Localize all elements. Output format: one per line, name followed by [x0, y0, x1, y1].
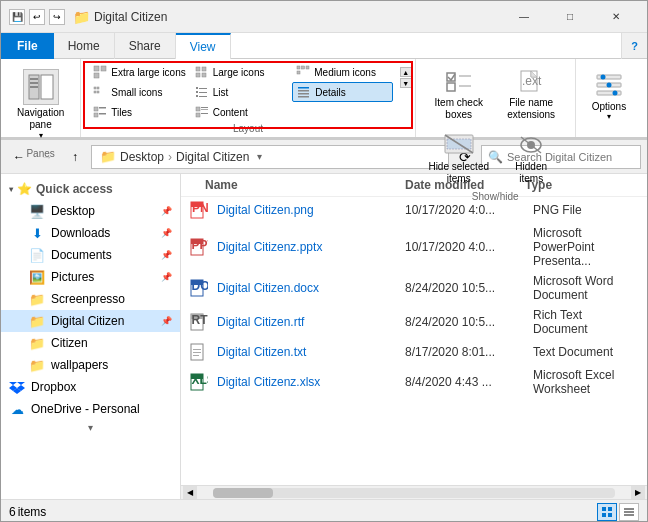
- path-desktop: Desktop: [120, 150, 164, 164]
- tab-view[interactable]: View: [176, 33, 231, 59]
- svg-rect-15: [297, 71, 300, 74]
- txt-icon: [189, 342, 209, 362]
- details-button[interactable]: Details: [292, 82, 392, 102]
- header-name[interactable]: Name: [205, 178, 405, 192]
- sidebar-item-wallpapers[interactable]: 📁 wallpapers: [1, 354, 180, 376]
- sidebar-item-digital-citizen[interactable]: 📁 Digital Citizen 📌: [1, 310, 180, 332]
- svg-text:RTF: RTF: [192, 313, 209, 327]
- docx-date: 8/24/2020 10:5...: [405, 281, 525, 295]
- svg-text:XLS: XLS: [192, 373, 209, 387]
- file-row-xlsx[interactable]: XLS Digital Citizenz.xlsx 8/4/2020 4:43 …: [181, 365, 647, 399]
- medium-icons-button[interactable]: Medium icons: [292, 63, 392, 81]
- layout-scroll-up[interactable]: ▲: [400, 67, 412, 77]
- file-name-extensions-button[interactable]: .ext File nameextensions: [496, 63, 566, 125]
- scroll-left-button[interactable]: ◀: [183, 486, 197, 500]
- grid-view-button[interactable]: [597, 503, 617, 521]
- sidebar-item-dropbox[interactable]: Dropbox: [1, 376, 180, 398]
- sidebar-item-desktop[interactable]: 🖥️ Desktop 📌: [1, 200, 180, 222]
- tab-share[interactable]: Share: [115, 33, 176, 59]
- medium-icons-label: Medium icons: [314, 67, 376, 78]
- svg-rect-83: [608, 513, 612, 517]
- svg-rect-28: [298, 93, 309, 95]
- help-button[interactable]: ?: [621, 33, 647, 59]
- scroll-right-button[interactable]: ▶: [631, 486, 645, 500]
- close-button[interactable]: ✕: [593, 1, 639, 33]
- documents-pin: 📌: [161, 250, 172, 260]
- svg-text:DOC: DOC: [192, 279, 209, 293]
- scroll-track[interactable]: [213, 488, 615, 498]
- svg-rect-3: [30, 82, 38, 84]
- sidebar-item-onedrive[interactable]: ☁ OneDrive - Personal: [1, 398, 180, 420]
- details-icon: [297, 85, 311, 99]
- pptx-type: Microsoft PowerPoint Presenta...: [533, 226, 639, 268]
- hide-selected-label: Hide selecteditems: [428, 161, 489, 185]
- file-row-txt[interactable]: Digital Citizen.txt 8/17/2020 8:01... Te…: [181, 339, 647, 365]
- layout-scroll-down[interactable]: ▼: [400, 78, 412, 88]
- sidebar-scroll-down[interactable]: ▾: [1, 420, 180, 435]
- sidebar-item-pictures[interactable]: 🖼️ Pictures 📌: [1, 266, 180, 288]
- path-dropdown[interactable]: ▾: [257, 151, 262, 162]
- svg-rect-42: [459, 85, 471, 87]
- tiles-button[interactable]: Tiles: [89, 103, 189, 121]
- xlsx-type: Microsoft Excel Worksheet: [533, 368, 639, 396]
- hide-selected-items-button[interactable]: Hide selecteditems: [424, 127, 494, 189]
- large-icons-button[interactable]: Large icons: [191, 63, 291, 81]
- up-button[interactable]: ↑: [63, 145, 87, 169]
- content-button[interactable]: Content: [191, 103, 291, 121]
- svg-rect-40: [447, 83, 455, 91]
- list-button[interactable]: List: [191, 82, 291, 102]
- sidebar-screenpresso-label: Screenpresso: [51, 292, 125, 306]
- svg-rect-85: [624, 511, 634, 513]
- svg-rect-26: [298, 87, 309, 89]
- scroll-thumb[interactable]: [213, 488, 273, 498]
- svg-rect-34: [196, 107, 200, 111]
- tab-file[interactable]: File: [1, 33, 54, 59]
- undo-icon[interactable]: ↩: [29, 9, 45, 25]
- item-check-boxes-button[interactable]: Item checkboxes: [424, 63, 494, 125]
- redo-icon[interactable]: ↪: [49, 9, 65, 25]
- status-count: 6: [9, 505, 16, 519]
- svg-rect-22: [196, 91, 198, 93]
- list-view-button[interactable]: [619, 503, 639, 521]
- file-row-pptx[interactable]: PPT Digital Citizenz.pptx 10/17/2020 4:0…: [181, 223, 647, 271]
- layout-scroll: ▲ ▼: [400, 67, 412, 88]
- sidebar-citizen-label: Citizen: [51, 336, 88, 350]
- citizen-icon: 📁: [29, 335, 45, 351]
- svg-rect-5: [94, 66, 99, 71]
- hidden-items-button[interactable]: Hiddenitems: [496, 127, 566, 189]
- file-row-png[interactable]: PNG Digital Citizen.png 10/17/2020 4:0..…: [181, 197, 647, 223]
- minimize-button[interactable]: —: [501, 1, 547, 33]
- tab-home[interactable]: Home: [54, 33, 115, 59]
- svg-rect-14: [306, 66, 309, 69]
- svg-rect-33: [99, 113, 106, 115]
- file-extensions-icon: .ext: [515, 67, 547, 95]
- address-path[interactable]: 📁 Desktop › Digital Citizen ▾: [91, 145, 449, 169]
- svg-rect-19: [97, 91, 99, 93]
- check-boxes-icon: [443, 67, 475, 95]
- sidebar-item-screenpresso[interactable]: 📁 Screenpresso: [1, 288, 180, 310]
- status-items-label: items: [18, 505, 47, 519]
- options-button[interactable]: Options ▾: [586, 65, 632, 125]
- navigation-pane-button[interactable]: Navigationpane ▾: [11, 65, 70, 144]
- small-icons-button[interactable]: Small icons: [89, 82, 189, 102]
- digital-citizen-icon: 📁: [29, 313, 45, 329]
- horizontal-scrollbar[interactable]: ◀ ▶: [181, 485, 647, 499]
- svg-rect-82: [602, 513, 606, 517]
- sidebar-quick-access-heading[interactable]: ▾ ⭐ Quick access: [1, 178, 180, 200]
- save-icon[interactable]: 💾: [9, 9, 25, 25]
- desktop-pin: 📌: [161, 206, 172, 216]
- sidebar-item-citizen[interactable]: 📁 Citizen: [1, 332, 180, 354]
- sidebar-item-downloads[interactable]: ⬇ Downloads 📌: [1, 222, 180, 244]
- large-icons-label: Large icons: [213, 67, 265, 78]
- extra-large-icon: [93, 65, 107, 79]
- file-row-rtf[interactable]: RTF Digital Citizen.rtf 8/24/2020 10:5..…: [181, 305, 647, 339]
- path-folder-icon: 📁: [100, 149, 116, 164]
- sidebar-item-documents[interactable]: 📄 Documents 📌: [1, 244, 180, 266]
- extra-large-icons-button[interactable]: Extra large icons: [89, 63, 189, 81]
- details-label: Details: [315, 87, 346, 98]
- file-row-docx[interactable]: DOC Digital Citizen.docx 8/24/2020 10:5.…: [181, 271, 647, 305]
- svg-rect-76: [193, 355, 199, 356]
- window-controls: — □ ✕: [501, 1, 639, 33]
- content-icon: [195, 105, 209, 119]
- maximize-button[interactable]: □: [547, 1, 593, 33]
